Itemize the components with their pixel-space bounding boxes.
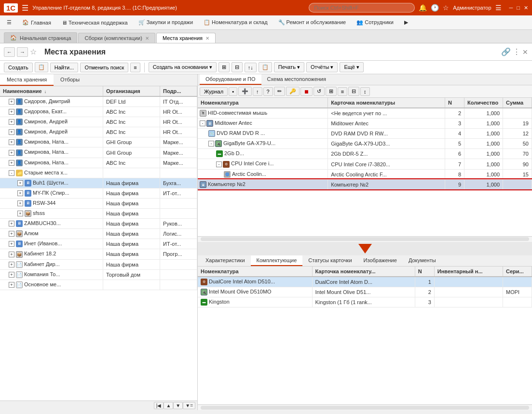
- left-table-row[interactable]: +👤Смирнов, Андрей ABC Inc HR Ot...: [0, 127, 197, 137]
- expand-icon[interactable]: +: [9, 160, 14, 166]
- left-table-row[interactable]: +🖥Инет (Иванов... Наша фирма ИТ-от...: [0, 239, 197, 249]
- expand-icon[interactable]: +: [9, 252, 14, 257]
- create-btn[interactable]: Создать: [4, 63, 33, 72]
- expand-icon[interactable]: +: [9, 231, 14, 237]
- find-btn[interactable]: Найти...: [50, 63, 79, 72]
- minimize-btn[interactable]: ─: [509, 5, 513, 11]
- equipment-table-row[interactable]: -🖥Miditower Antec Miditower Antec 3 1,00…: [198, 119, 532, 129]
- left-table-row[interactable]: +📄Кабинет Дир... Наша фирма: [0, 259, 197, 269]
- eq-tool-updown[interactable]: ↕: [360, 87, 370, 96]
- left-table-row[interactable]: +👤Смирнова, Ната... ABC Inc Марке...: [0, 158, 197, 168]
- expand-icon[interactable]: +: [9, 221, 14, 227]
- cancel-search-btn[interactable]: Отменить поиск: [80, 63, 128, 72]
- close-window-icon[interactable]: ✕: [522, 48, 528, 56]
- create-based-btn[interactable]: Создать на основании ▾: [149, 62, 217, 72]
- left-table-row[interactable]: +🖥Buh1 (Шусти... Наша фирма Бухга...: [0, 178, 197, 188]
- global-search-input[interactable]: [309, 3, 415, 13]
- left-table-row[interactable]: +📄Компания То... Торговый дом: [0, 269, 197, 280]
- menu-more-icon[interactable]: ▶: [399, 17, 413, 27]
- maximize-btn[interactable]: □: [517, 5, 520, 11]
- bottom-tab-docs[interactable]: Документы: [403, 255, 442, 266]
- close-btn[interactable]: ✕: [524, 5, 528, 11]
- menu-employees[interactable]: 👥 Сотрудники: [352, 17, 398, 27]
- left-move-up-btn[interactable]: ▲: [164, 402, 173, 409]
- menu-hamburger[interactable]: ☰: [2, 17, 16, 27]
- tab-storage-close[interactable]: ✕: [205, 36, 209, 41]
- expand-icon[interactable]: -: [9, 170, 14, 176]
- refresh-btn[interactable]: 📋: [35, 62, 48, 72]
- eq-tool-edit[interactable]: ✏: [274, 87, 285, 96]
- equipment-table-row[interactable]: -🔌GigaByte GA-X79-U... GigaByte GA-X79-U…: [198, 139, 532, 149]
- left-move-end-btn[interactable]: ▼=: [183, 402, 195, 409]
- nav-forward-btn[interactable]: →: [17, 47, 28, 57]
- component-table-row[interactable]: ⚙DualCore Intel Atom D510... DualCore In…: [198, 277, 532, 287]
- print-btn[interactable]: Печать ▾: [274, 62, 304, 72]
- left-subtab-filters[interactable]: Отборы: [54, 74, 86, 86]
- left-table-row[interactable]: +👤Сидоров, Дмитрий DEF Ltd IT Отд...: [0, 96, 197, 107]
- eq-tool-sort[interactable]: ↑: [253, 87, 262, 96]
- list-settings-btn[interactable]: ≡: [130, 63, 140, 72]
- left-table-row[interactable]: +📦Алюм Наша фирма Логис...: [0, 229, 197, 239]
- eq-tool-stop[interactable]: ⏹: [300, 87, 313, 96]
- right-top-hscroll[interactable]: [198, 236, 532, 242]
- left-table-row[interactable]: +👤Сидорова, Екат... ABC Inc HR Ot...: [0, 107, 197, 117]
- tool4-btn[interactable]: 📋: [259, 62, 272, 72]
- menu-nomenclature[interactable]: 📋 Номенклатура и склад: [199, 17, 273, 27]
- expand-icon[interactable]: +: [9, 272, 14, 278]
- right-bottom-hscroll[interactable]: [198, 404, 532, 410]
- bottom-tab-components[interactable]: Комплектующие: [251, 255, 303, 266]
- equipment-table-row[interactable]: 🌀Arctic Coolin... Arctic Cooling Arctic …: [198, 169, 532, 179]
- settings-icon[interactable]: ☰: [495, 4, 502, 12]
- eq-expand-icon[interactable]: -: [208, 141, 214, 147]
- left-move-start-btn[interactable]: |◀: [154, 402, 164, 409]
- left-table-row[interactable]: +📦Кабинет 18.2 Наша фирма Прогр...: [0, 249, 197, 259]
- link-copy-icon[interactable]: 🔗: [501, 47, 511, 56]
- tool2-btn[interactable]: ⊟: [232, 62, 243, 72]
- left-table-row[interactable]: +🖥RSW-344 Наша фирма: [0, 198, 197, 208]
- equipment-table-row[interactable]: 🖱HID-совместимая мышь <Не ведется учет п…: [198, 108, 532, 119]
- menu-repair[interactable]: 🔧 Ремонт и обслуживание: [273, 17, 351, 27]
- left-table-row[interactable]: +👤Смирнова, Ната... GHI Group Марке...: [0, 137, 197, 147]
- expand-icon[interactable]: +: [9, 129, 14, 135]
- left-table-container[interactable]: Наименование ↓ Организация Подр... +👤Сид…: [0, 86, 197, 401]
- more-icon[interactable]: ⋮: [513, 47, 520, 56]
- eq-expand-icon[interactable]: -: [216, 161, 222, 167]
- bottom-tab-statuses[interactable]: Статусы карточки: [302, 255, 357, 266]
- tab-home[interactable]: 🏠 Начальная страница: [4, 32, 77, 43]
- expand-icon[interactable]: +: [9, 99, 14, 105]
- menu-home[interactable]: 🏠 Главная: [17, 17, 56, 27]
- expand-icon[interactable]: +: [9, 109, 14, 115]
- notification-icon[interactable]: 🔔: [419, 4, 427, 12]
- left-table-row[interactable]: +👤Смирнова, Ната... GHI Group Марке...: [0, 147, 197, 158]
- eq-tool-list[interactable]: ≡: [338, 87, 347, 96]
- menu-purchases[interactable]: 🛒 Закупки и продажи: [134, 17, 198, 27]
- equipment-table-row[interactable]: 🖥Компьютер №2 Компьютер №2 9 1,000: [198, 179, 532, 189]
- expand-icon[interactable]: +: [9, 150, 14, 156]
- nav-back-btn[interactable]: ←: [4, 47, 15, 57]
- left-move-down-btn[interactable]: ▼: [173, 402, 183, 409]
- favorites-icon[interactable]: ☆: [443, 4, 449, 12]
- menu-tech-support[interactable]: 🖥 Техническая поддержка: [57, 18, 133, 27]
- expand-icon[interactable]: +: [9, 139, 14, 145]
- eq-expand-icon[interactable]: -: [200, 120, 205, 126]
- bottom-tab-image[interactable]: Изображение: [358, 255, 403, 266]
- equipment-table-row[interactable]: -⚙CPU Intel Core i... CPU Intel Core i7-…: [198, 159, 532, 169]
- eq-tool-minus[interactable]: ⊟: [348, 87, 359, 96]
- right-tab-equipment[interactable]: Оборудование и ПО: [200, 74, 261, 85]
- left-table-row[interactable]: +🖥ZAMBUCH30... Наша фирма Руков...: [0, 219, 197, 229]
- components-table-container[interactable]: Номенклатура Карточка номенклату... N Ин…: [198, 267, 532, 405]
- favorites-star-icon[interactable]: ☆: [30, 47, 37, 56]
- tool1-btn[interactable]: ⊞: [218, 62, 230, 72]
- left-table-row[interactable]: +📄Основное ме...: [0, 280, 197, 290]
- eq-tool-help[interactable]: ?: [263, 87, 273, 96]
- expand-icon[interactable]: +: [9, 119, 14, 125]
- tab-builds[interactable]: Сборки (комплектации) ✕: [78, 33, 155, 43]
- expand-icon[interactable]: +: [17, 211, 23, 216]
- tool3-btn[interactable]: ↑↓: [245, 63, 257, 72]
- more-actions-btn[interactable]: Ещё ▾: [340, 62, 364, 72]
- eq-tool-grid[interactable]: ⊞: [326, 87, 337, 96]
- reports-btn[interactable]: Отчёты ▾: [306, 62, 338, 72]
- expand-icon[interactable]: +: [9, 262, 14, 267]
- tab-builds-close[interactable]: ✕: [145, 36, 149, 41]
- expand-icon[interactable]: +: [9, 282, 14, 288]
